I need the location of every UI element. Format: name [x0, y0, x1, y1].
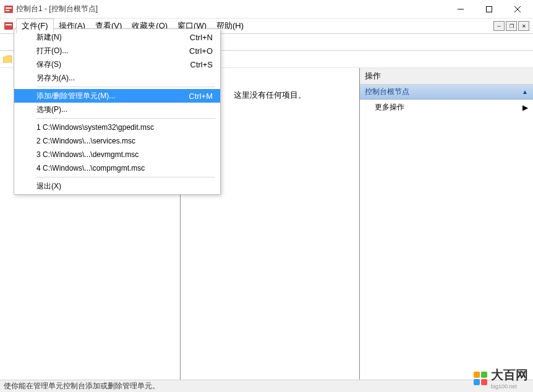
statusbar: 使你能在管理单元控制台添加或删除管理单元。: [0, 380, 533, 392]
empty-message: 这里没有任何项目。: [234, 90, 306, 101]
menu-item-label: 保存(S): [36, 59, 61, 70]
menu-saveas[interactable]: 另存为(A)...: [14, 71, 220, 85]
menu-separator: [36, 177, 215, 177]
folder-icon: [2, 55, 12, 64]
minimize-button[interactable]: [446, 0, 475, 19]
svg-rect-7: [4, 22, 13, 30]
menu-recent-2[interactable]: 2 C:\Windows\...\services.msc: [14, 134, 220, 148]
svg-rect-8: [6, 24, 12, 25]
mdi-minimize-button[interactable]: ─: [493, 21, 505, 31]
collapse-icon: ▲: [522, 88, 528, 95]
actions-section-root[interactable]: 控制台根节点 ▲: [360, 85, 533, 100]
actions-header: 操作: [360, 68, 533, 85]
statusbar-text: 使你能在管理单元控制台添加或删除管理单元。: [4, 381, 160, 391]
actions-pane: 操作 控制台根节点 ▲ 更多操作 ▶: [360, 68, 533, 388]
menu-add-remove-snapin[interactable]: 添加/删除管理单元(M)... Ctrl+M: [14, 89, 220, 103]
actions-more[interactable]: 更多操作 ▶: [360, 100, 533, 115]
watermark-logo-icon: [474, 372, 487, 385]
window-controls: [446, 0, 532, 19]
menu-recent-4[interactable]: 4 C:\Windows\...\compmgmt.msc: [14, 161, 220, 175]
menu-item-label: 2 C:\Windows\...\services.msc: [36, 137, 135, 145]
menu-item-label: 打开(O)...: [36, 46, 68, 56]
menu-item-label: 退出(X): [36, 181, 61, 192]
actions-section-label: 控制台根节点: [365, 87, 409, 97]
chevron-right-icon: ▶: [522, 103, 528, 112]
menu-recent-1[interactable]: 1 C:\Windows\system32\gpedit.msc: [14, 121, 220, 134]
mdi-restore-button[interactable]: ❐: [506, 21, 517, 31]
mdi-controls: ─ ❐ ✕: [493, 21, 532, 31]
menu-item-label: 1 C:\Windows\system32\gpedit.msc: [36, 123, 154, 132]
menu-item-label: 另存为(A)...: [36, 73, 75, 83]
svg-rect-4: [487, 6, 492, 12]
close-button[interactable]: [503, 0, 532, 19]
svg-rect-2: [6, 10, 9, 11]
menu-item-shortcut: Ctrl+N: [190, 33, 213, 42]
menu-item-label: 新建(N): [36, 32, 62, 43]
menu-item-label: 选项(P)...: [36, 104, 67, 115]
menu-item-shortcut: Ctrl+O: [189, 46, 213, 56]
menu-separator: [36, 118, 215, 119]
file-menu-dropdown: 新建(N) Ctrl+N 打开(O)... Ctrl+O 保存(S) Ctrl+…: [14, 28, 221, 195]
window-titlebar: 控制台1 - [控制台根节点]: [0, 0, 533, 19]
menu-save[interactable]: 保存(S) Ctrl+S: [14, 58, 220, 71]
menu-item-shortcut: Ctrl+M: [189, 92, 213, 101]
watermark-text: 大百网: [491, 367, 528, 383]
svg-rect-1: [6, 7, 12, 9]
menu-options[interactable]: 选项(P)...: [14, 103, 220, 116]
window-title: 控制台1 - [控制台根节点]: [16, 4, 98, 14]
actions-item-label: 更多操作: [375, 102, 404, 113]
menu-recent-3[interactable]: 3 C:\Windows\...\devmgmt.msc: [14, 148, 220, 161]
svg-rect-0: [4, 6, 13, 13]
mdi-close-button[interactable]: ✕: [518, 21, 529, 31]
menubar-icon: [4, 21, 14, 31]
menu-file[interactable]: 文件(F): [16, 19, 54, 33]
menu-separator: [36, 87, 215, 87]
menu-open[interactable]: 打开(O)... Ctrl+O: [14, 44, 220, 58]
maximize-button[interactable]: [475, 0, 503, 19]
watermark: 大百网 big100.net: [474, 367, 528, 390]
watermark-sub: big100.net: [491, 383, 528, 390]
menu-item-label: 4 C:\Windows\...\compmgmt.msc: [36, 164, 145, 173]
app-icon: [4, 4, 14, 14]
menu-item-label: 添加/删除管理单元(M)...: [36, 91, 115, 101]
menu-exit[interactable]: 退出(X): [14, 179, 220, 193]
menu-item-label: 3 C:\Windows\...\devmgmt.msc: [36, 150, 139, 159]
menu-item-shortcut: Ctrl+S: [190, 60, 213, 69]
